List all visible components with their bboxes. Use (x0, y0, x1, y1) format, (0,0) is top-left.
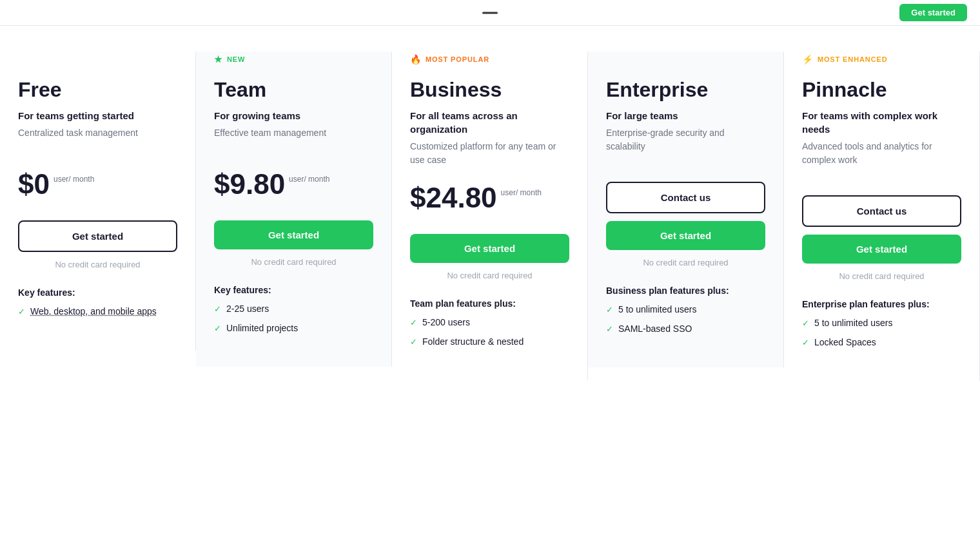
contact-button-pinnacle[interactable]: Contact us (802, 195, 961, 227)
plan-price-unit-free: user/ month (54, 170, 94, 185)
plan-price-unit-team: user/ month (289, 170, 329, 185)
plan-desc-pinnacle: Advanced tools and analytics for complex… (802, 140, 961, 171)
plan-col-enterprise: .EnterpriseFor large teamsEnterprise-gra… (588, 52, 784, 367)
plan-badge-business: 🔥MOST POPULAR (410, 52, 569, 67)
feature-item: ✓Folder structure & nested (410, 336, 569, 349)
check-icon: ✓ (214, 323, 221, 334)
get-started-button-pinnacle[interactable]: Get started (802, 235, 961, 264)
plan-desc-business: Customized platform for any team or use … (410, 140, 569, 171)
feature-text: Web, desktop, and mobile apps (30, 305, 157, 318)
badge-icon-pinnacle: ⚡ (802, 54, 814, 64)
feature-item: ✓5-200 users (410, 316, 569, 329)
feature-text: 5 to unlimited users (814, 317, 892, 330)
check-icon: ✓ (802, 318, 809, 329)
feature-text: SAML-based SSO (618, 323, 692, 336)
plan-price-business: $24.80 (410, 184, 497, 212)
contact-button-enterprise[interactable]: Contact us (606, 182, 765, 213)
feature-text: Unlimited projects (226, 322, 298, 335)
feature-text: 5-200 users (422, 316, 470, 329)
badge-icon-business: 🔥 (410, 54, 422, 64)
check-icon: ✓ (214, 304, 221, 315)
feature-text: Folder structure & nested (422, 336, 524, 349)
plan-tagline-pinnacle: For teams with complex work needs (802, 109, 961, 136)
plan-name-team: Team (214, 79, 373, 101)
plan-price-unit-business: user/ month (501, 184, 542, 198)
features-label-pinnacle: Enterprise plan features plus: (802, 299, 961, 309)
feature-text: 5 to unlimited users (618, 304, 696, 316)
plan-price-area-team: $9.80user/ month (214, 170, 373, 209)
no-cc-pinnacle: No credit card required (802, 271, 961, 281)
plan-tagline-enterprise: For large teams (606, 109, 765, 122)
top-cta-button[interactable]: Get started (899, 4, 967, 21)
get-started-button-free[interactable]: Get started (18, 220, 177, 252)
feature-item: ✓SAML-based SSO (606, 323, 765, 336)
check-icon: ✓ (606, 324, 613, 335)
feature-item: ✓2-25 users (214, 303, 373, 316)
feature-text: Locked Spaces (814, 336, 876, 349)
plan-badge-pinnacle: ⚡MOST ENHANCED (802, 52, 961, 67)
dash-icon (482, 12, 498, 14)
plan-col-team: ★NEWTeamFor growing teamsEffective team … (196, 52, 392, 367)
badge-icon-team: ★ (214, 54, 223, 64)
feature-item: ✓Locked Spaces (802, 336, 961, 349)
plan-price-area-business: $24.80user/ month (410, 184, 569, 222)
feature-text: 2-25 users (226, 303, 269, 316)
badge-label-pinnacle: MOST ENHANCED (818, 55, 888, 63)
check-icon: ✓ (410, 317, 417, 329)
feature-item: ✓Unlimited projects (214, 322, 373, 335)
feature-item: ✓Web, desktop, and mobile apps (18, 305, 177, 318)
no-cc-free: No credit card required (18, 260, 177, 269)
plan-name-business: Business (410, 79, 569, 101)
no-cc-business: No credit card required (410, 271, 569, 280)
plan-col-pinnacle: ⚡MOST ENHANCEDPinnacleFor teams with com… (784, 52, 980, 381)
plan-col-free: .FreeFor teams getting startedCentralize… (0, 52, 196, 351)
plan-tagline-team: For growing teams (214, 109, 373, 122)
get-started-button-enterprise[interactable]: Get started (606, 221, 765, 250)
no-cc-team: No credit card required (214, 257, 373, 267)
features-label-team: Key features: (214, 285, 373, 295)
plan-price-free: $0 (18, 170, 50, 198)
no-cc-enterprise: No credit card required (606, 258, 765, 267)
plan-price-area-free: $0user/ month (18, 170, 177, 209)
top-bar: Get started (0, 0, 980, 26)
plan-name-pinnacle: Pinnacle (802, 79, 961, 101)
plan-col-business: 🔥MOST POPULARBusinessFor all teams acros… (392, 52, 588, 380)
feature-item: ✓5 to unlimited users (606, 304, 765, 316)
plan-tagline-business: For all teams across an organization (410, 109, 569, 136)
check-icon: ✓ (802, 337, 809, 349)
check-icon: ✓ (410, 336, 417, 348)
plan-desc-enterprise: Enterprise-grade security and scalabilit… (606, 126, 765, 157)
feature-item: ✓5 to unlimited users (802, 317, 961, 330)
features-label-free: Key features: (18, 287, 177, 298)
plan-name-free: Free (18, 79, 177, 101)
check-icon: ✓ (18, 306, 25, 318)
check-icon: ✓ (606, 304, 613, 316)
badge-label-team: NEW (227, 55, 245, 63)
pricing-section: .FreeFor teams getting startedCentralize… (0, 26, 980, 381)
plan-tagline-free: For teams getting started (18, 109, 177, 122)
plan-badge-team: ★NEW (214, 52, 373, 67)
features-label-enterprise: Business plan features plus: (606, 285, 765, 296)
plan-name-enterprise: Enterprise (606, 79, 765, 101)
get-started-button-business[interactable]: Get started (410, 234, 569, 263)
features-label-business: Team plan features plus: (410, 298, 569, 309)
get-started-button-team[interactable]: Get started (214, 220, 373, 249)
badge-label-business: MOST POPULAR (426, 55, 489, 63)
plan-desc-team: Effective team management (214, 126, 373, 157)
plan-desc-free: Centralized task management (18, 126, 177, 157)
plan-price-team: $9.80 (214, 170, 285, 198)
